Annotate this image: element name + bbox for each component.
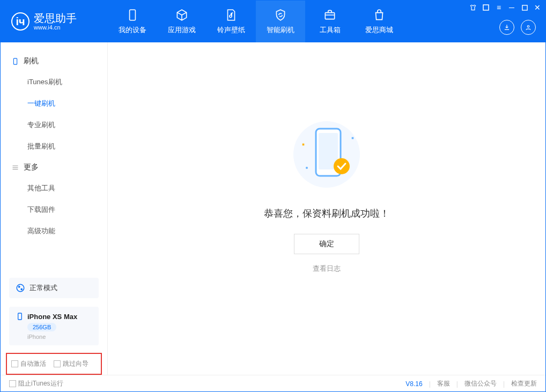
option-label: 自动激活	[20, 359, 46, 368]
phone-icon	[126, 8, 139, 22]
svg-rect-9	[18, 313, 22, 320]
separator: |	[503, 380, 505, 388]
svg-point-14	[306, 167, 308, 169]
device-icon	[11, 57, 19, 65]
separator: |	[429, 380, 431, 388]
group-label: 刷机	[24, 56, 39, 66]
device-capacity: 256GB	[27, 323, 56, 331]
group-label: 更多	[24, 162, 39, 172]
sidebar-item-itunes-flash[interactable]: iTunes刷机	[7, 71, 101, 93]
window-icon[interactable]	[482, 4, 490, 11]
briefcase-icon	[323, 8, 337, 22]
version-label: V8.16	[405, 380, 422, 388]
sidebar-group-flash: 刷机	[7, 51, 101, 71]
tab-my-device[interactable]: 我的设备	[108, 1, 157, 42]
device-small-icon	[16, 312, 24, 321]
sidebar-group-more: 更多	[7, 157, 101, 177]
tab-apps[interactable]: 应用游戏	[157, 1, 206, 42]
success-message: 恭喜您，保资料刷机成功啦！	[264, 207, 389, 220]
list-icon	[11, 164, 19, 172]
device-card[interactable]: iPhone XS Max 256GB iPhone	[9, 307, 99, 345]
tab-toolbox[interactable]: 工具箱	[305, 1, 355, 42]
view-log-link[interactable]: 查看日志	[313, 264, 341, 273]
shirt-icon[interactable]	[469, 4, 477, 11]
sidebar-item-other-tools[interactable]: 其他工具	[7, 177, 101, 199]
minimize-button[interactable]: ─	[508, 4, 515, 11]
mode-card[interactable]: 正常模式	[9, 278, 99, 298]
success-illustration	[286, 117, 367, 192]
mode-icon	[16, 283, 25, 293]
confirm-button[interactable]: 确定	[294, 234, 359, 254]
tab-store[interactable]: 爱思商城	[355, 1, 404, 42]
mode-label: 正常模式	[29, 283, 57, 293]
cube-icon	[175, 8, 189, 22]
bag-icon	[372, 8, 386, 22]
svg-point-4	[527, 26, 529, 28]
music-file-icon	[224, 8, 238, 22]
svg-point-7	[19, 286, 20, 287]
skip-guide-checkbox[interactable]: 跳过向导	[54, 359, 88, 368]
tab-label: 爱思商城	[365, 25, 393, 35]
block-itunes-checkbox[interactable]: 阻止iTunes运行	[9, 379, 63, 388]
option-label: 跳过向导	[63, 359, 88, 368]
tab-label: 铃声壁纸	[217, 25, 245, 35]
app-subtitle: www.i4.cn	[34, 24, 77, 31]
svg-rect-5	[13, 58, 17, 64]
svg-rect-0	[130, 10, 136, 20]
options-row: 自动激活 跳过向导	[6, 353, 102, 375]
svg-point-6	[17, 284, 24, 292]
sidebar-item-download-firmware[interactable]: 下载固件	[7, 199, 101, 220]
svg-rect-1	[325, 13, 334, 19]
menu-icon[interactable]: ≡	[495, 4, 503, 11]
svg-point-13	[334, 158, 350, 174]
service-link[interactable]: 客服	[437, 379, 450, 388]
footer-label: 阻止iTunes运行	[18, 379, 63, 388]
tab-label: 我的设备	[119, 25, 146, 35]
separator: |	[456, 380, 458, 388]
wechat-link[interactable]: 微信公众号	[464, 379, 497, 388]
refresh-shield-icon	[274, 8, 287, 22]
logo-icon: iч	[11, 12, 29, 31]
svg-rect-2	[483, 5, 489, 10]
tab-label: 应用游戏	[168, 25, 196, 35]
maximize-button[interactable]	[521, 4, 528, 11]
svg-point-8	[21, 289, 22, 290]
svg-rect-3	[522, 5, 527, 10]
download-button[interactable]	[499, 20, 514, 35]
tab-ringtones[interactable]: 铃声壁纸	[206, 1, 256, 42]
app-title: 爱思助手	[34, 12, 77, 24]
sidebar-item-batch-flash[interactable]: 批量刷机	[7, 136, 101, 157]
sidebar-item-pro-flash[interactable]: 专业刷机	[7, 114, 101, 136]
app-logo: iч 爱思助手 www.i4.cn	[1, 12, 108, 31]
update-link[interactable]: 检查更新	[511, 379, 537, 388]
tab-label: 工具箱	[320, 25, 341, 35]
tab-label: 智能刷机	[267, 25, 294, 35]
user-button[interactable]	[521, 20, 536, 35]
device-name-label: iPhone XS Max	[27, 313, 77, 321]
sidebar-item-one-key-flash[interactable]: 一键刷机	[7, 93, 101, 114]
auto-activate-checkbox[interactable]: 自动激活	[11, 359, 46, 368]
sidebar-item-advanced[interactable]: 高级功能	[7, 220, 101, 242]
tab-flash[interactable]: 智能刷机	[256, 1, 305, 42]
device-type: iPhone	[27, 334, 46, 340]
close-button[interactable]: ✕	[534, 4, 541, 11]
